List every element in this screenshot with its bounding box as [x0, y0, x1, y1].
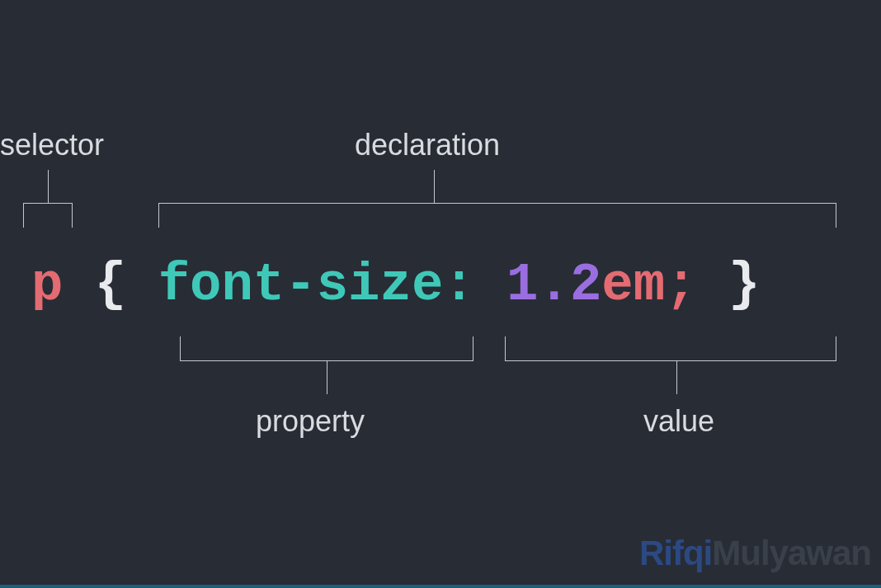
code-property: font-size [158, 256, 444, 315]
label-value: value [643, 404, 714, 439]
label-property: property [256, 404, 365, 439]
watermark: RifqiMulyawan [639, 534, 871, 573]
bracket-declaration-stem [434, 170, 435, 203]
code-semicolon: ; [665, 256, 696, 315]
bracket-declaration-top [158, 203, 836, 228]
code-brace-open: { [95, 256, 126, 315]
label-declaration: declaration [355, 128, 500, 162]
code-value-number: 1.2 [506, 256, 601, 315]
code-brace-close: } [728, 256, 760, 315]
watermark-part1: Rifqi [639, 534, 712, 572]
bracket-property-bottom [180, 336, 473, 361]
bracket-value-stem [676, 361, 677, 394]
css-code-line: p { font-size: 1.2em; } [31, 256, 760, 315]
bracket-selector-top [23, 203, 73, 228]
bracket-property-stem [327, 361, 327, 394]
code-value-unit: em [601, 256, 665, 315]
bottom-edge [0, 585, 881, 588]
watermark-part2: Mulyawan [712, 534, 871, 572]
bracket-selector-stem [48, 170, 49, 203]
code-colon: : [443, 256, 474, 315]
code-selector: p [31, 256, 63, 315]
label-selector: selector [0, 128, 104, 162]
bracket-value-bottom [505, 336, 836, 361]
